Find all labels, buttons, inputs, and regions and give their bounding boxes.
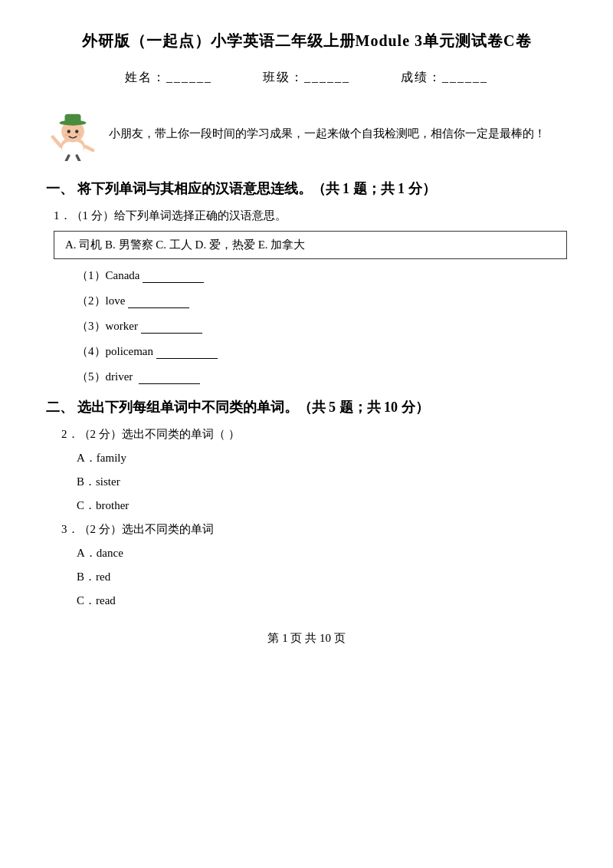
svg-point-6 — [75, 130, 78, 133]
svg-line-12 — [77, 156, 80, 161]
question-2-block: 2．（2 分）选出不同类的单词（ ） A．family B．sister C．b… — [54, 427, 567, 513]
fill-item-1: （1）Canada — [77, 268, 567, 283]
section-two-header: 二、 选出下列每组单词中不同类的单词。（共 5 题；共 10 分） — [46, 398, 567, 416]
question-3-block: 3．（2 分）选出不同类的单词 A．dance B．red C．read — [54, 522, 567, 608]
choice-2b: B．sister — [77, 475, 567, 489]
question-1-block: 1．（1 分）给下列单词选择正确的汉语意思。 A. 司机 B. 男警察 C. 工… — [54, 209, 567, 384]
choice-3b: B．red — [77, 570, 567, 584]
mascot-text: 小朋友，带上你一段时间的学习成果，一起来做个自我检测吧，相信你一定是最棒的！ — [109, 124, 546, 144]
svg-point-8 — [77, 133, 80, 136]
fill-item-5: （5）driver — [77, 370, 567, 384]
choice-3c: C．read — [77, 593, 567, 608]
mascot-row: 小朋友，带上你一段时间的学习成果，一起来做个自我检测吧，相信你一定是最棒的！ — [46, 107, 567, 161]
page-footer: 第 1 页 共 10 页 — [46, 631, 567, 646]
student-info: 姓名：______ 班级：______ 成绩：______ — [46, 70, 567, 86]
page-title: 外研版（一起点）小学英语二年级上册Module 3单元测试卷C卷 — [46, 31, 567, 51]
fill-line-1 — [143, 282, 204, 283]
class-field: 班级：______ — [263, 71, 350, 84]
choice-2a: A．family — [77, 451, 567, 465]
svg-line-10 — [85, 146, 93, 150]
fill-line-2 — [128, 307, 189, 308]
fill-line-4 — [156, 358, 218, 359]
fill-item-4: （4）policeman — [77, 344, 567, 359]
fill-item-2: （2）love — [77, 294, 567, 308]
score-field: 成绩：______ — [401, 71, 488, 84]
svg-point-7 — [65, 133, 69, 136]
mascot-icon — [46, 107, 100, 161]
svg-rect-4 — [65, 114, 81, 123]
question-1-title: 1．（1 分）给下列单词选择正确的汉语意思。 — [54, 209, 567, 223]
svg-line-11 — [66, 156, 69, 161]
fill-line-3 — [141, 333, 202, 334]
svg-point-5 — [67, 130, 70, 133]
svg-point-1 — [62, 141, 84, 157]
question-2-title: 2．（2 分）选出不同类的单词（ ） — [61, 427, 567, 442]
options-box: A. 司机 B. 男警察 C. 工人 D. 爱，热爱 E. 加拿大 — [54, 231, 567, 259]
choice-2c: C．brother — [77, 498, 567, 513]
fill-item-3: （3）worker — [77, 319, 567, 334]
name-field: 姓名：______ — [125, 71, 212, 84]
question-3-title: 3．（2 分）选出不同类的单词 — [61, 522, 567, 537]
svg-line-9 — [53, 137, 61, 146]
section-one-header: 一、 将下列单词与其相应的汉语意思连线。（共 1 题；共 1 分） — [46, 179, 567, 198]
fill-line-5 — [139, 383, 200, 384]
choice-3a: A．dance — [77, 546, 567, 561]
